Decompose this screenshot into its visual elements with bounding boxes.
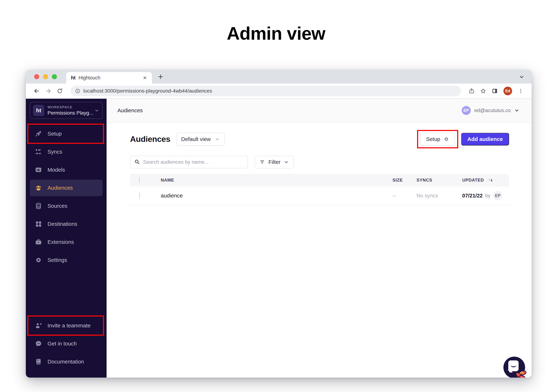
avatar: EP: [462, 106, 471, 115]
zoom-window-button[interactable]: [52, 74, 57, 79]
browser-window: ht Hightouch localhost:3000/permissio: [26, 70, 532, 378]
models-icon: [35, 166, 43, 174]
close-window-button[interactable]: [34, 74, 39, 79]
column-header-syncs[interactable]: SYNCS: [416, 178, 462, 183]
sidebar-item-label: Destinations: [48, 221, 77, 227]
select-all-checkbox[interactable]: [139, 177, 140, 183]
gear-icon: [444, 136, 449, 142]
chat-icon: [35, 340, 43, 348]
breadcrumb: Audiences: [117, 107, 143, 113]
view-selector-dropdown[interactable]: Default view: [177, 133, 225, 146]
reload-icon[interactable]: [55, 86, 65, 96]
minimize-window-button[interactable]: [43, 74, 48, 79]
sidebar-item-settings[interactable]: Settings: [30, 252, 103, 268]
tab-title: Hightouch: [79, 75, 140, 81]
sort-icon[interactable]: [488, 177, 493, 183]
audience-name[interactable]: audience: [161, 193, 393, 199]
sidebar-item-audiences[interactable]: Audiences: [30, 180, 103, 196]
audience-syncs: No syncs: [416, 193, 462, 199]
chevron-down-icon: [514, 108, 519, 113]
new-tab-button[interactable]: [157, 73, 164, 80]
updated-date: 07/21/22: [462, 193, 483, 199]
audience-size: --: [393, 193, 416, 199]
search-input[interactable]: [143, 159, 244, 165]
sidebar-item-documentation[interactable]: Documentation: [30, 353, 103, 370]
view-selector-label: Default view: [181, 136, 211, 142]
sidebar: ht WORKSPACE Permissions Playg... Setup: [26, 99, 107, 378]
sidebar-item-label: Documentation: [48, 359, 84, 365]
page-heading: Audiences: [130, 134, 170, 144]
forward-icon[interactable]: [43, 86, 53, 96]
filter-icon: [260, 159, 265, 165]
chat-launcher[interactable]: [503, 357, 525, 378]
chevron-down-icon: [94, 108, 99, 113]
browser-tab[interactable]: ht Hightouch: [66, 72, 152, 84]
person-plus-icon: [35, 322, 43, 329]
workspace-logo: ht: [33, 105, 44, 116]
browser-toolbar: localhost:3000/permissions-playground-4w…: [26, 84, 532, 99]
workspace-name: Permissions Playg...: [48, 110, 91, 116]
audiences-icon: [35, 184, 43, 192]
sidebar-item-label: Extensions: [48, 239, 74, 245]
sidebar-item-setup[interactable]: Setup: [30, 126, 103, 142]
database-icon: [35, 202, 43, 210]
sidebar-item-syncs[interactable]: Syncs: [30, 143, 103, 160]
setup-button[interactable]: Setup: [420, 133, 455, 146]
back-icon[interactable]: [32, 86, 41, 96]
add-audience-button[interactable]: Add audience: [461, 133, 509, 146]
app-header: Audiences EP ed@acutulus.co: [107, 99, 532, 123]
updated-by-avatar: EP: [493, 191, 502, 200]
share-icon[interactable]: [467, 86, 476, 96]
sidebar-item-label: Audiences: [48, 185, 73, 191]
filter-label: Filter: [268, 159, 280, 165]
audiences-table: NAME SIZE SYNCS UPDATED audience -- No s…: [130, 174, 509, 205]
column-header-size[interactable]: SIZE: [393, 178, 416, 183]
sidebar-item-label: Syncs: [48, 149, 62, 155]
sidebar-item-sources[interactable]: Sources: [30, 198, 103, 214]
browser-menu-icon[interactable]: [516, 86, 525, 96]
bookmark-star-icon[interactable]: [479, 86, 488, 96]
sidebar-item-label: Get in touch: [48, 341, 77, 347]
search-icon: [134, 159, 140, 165]
grid-icon: [35, 220, 43, 228]
add-audience-label: Add audience: [467, 136, 503, 142]
column-header-name[interactable]: NAME: [161, 178, 393, 183]
side-panel-icon[interactable]: [490, 86, 499, 96]
page-title: Admin view: [0, 23, 552, 44]
sidebar-spacer: [26, 270, 107, 317]
sidebar-item-invite-teammate[interactable]: Invite a teammate: [30, 317, 103, 334]
workspace-selector[interactable]: ht WORKSPACE Permissions Playg...: [30, 102, 103, 119]
sidebar-item-label: Setup: [48, 131, 62, 137]
sidebar-item-models[interactable]: Models: [30, 161, 103, 178]
window-controls: [26, 74, 57, 79]
tab-strip: ht Hightouch: [26, 70, 532, 84]
sidebar-item-label: Sources: [48, 203, 67, 209]
browser-profile-avatar[interactable]: Ed: [503, 87, 512, 95]
workspace-label: WORKSPACE: [48, 105, 91, 109]
tab-close-icon[interactable]: [143, 76, 147, 80]
sidebar-item-label: Settings: [48, 257, 67, 263]
row-checkbox[interactable]: [139, 192, 140, 199]
url-bar[interactable]: localhost:3000/permissions-playground-4w…: [71, 86, 461, 96]
table-header-row: NAME SIZE SYNCS UPDATED: [130, 174, 509, 186]
url-text: localhost:3000/permissions-playground-4w…: [83, 88, 212, 94]
chevron-down-icon: [284, 160, 289, 165]
sidebar-item-extensions[interactable]: Extensions: [30, 234, 103, 250]
briefcase-icon: [35, 238, 43, 246]
sidebar-item-get-in-touch[interactable]: Get in touch: [30, 335, 103, 352]
updated-by-word: by: [485, 193, 491, 198]
hightouch-favicon: ht: [71, 75, 76, 81]
table-row[interactable]: audience -- No syncs 07/21/22 by EP: [130, 186, 509, 205]
column-header-updated[interactable]: UPDATED: [462, 178, 484, 183]
book-icon: [35, 358, 43, 366]
tabstrip-chevron-icon[interactable]: [519, 74, 524, 80]
site-info-icon[interactable]: [75, 88, 80, 94]
search-box: [130, 156, 248, 168]
user-menu[interactable]: EP ed@acutulus.co: [462, 106, 519, 115]
filter-button[interactable]: Filter: [255, 156, 294, 168]
setup-button-label: Setup: [426, 136, 440, 142]
gear-icon: [35, 256, 43, 264]
sidebar-item-destinations[interactable]: Destinations: [30, 216, 103, 232]
sidebar-item-label: Invite a teammate: [48, 322, 91, 329]
rocket-icon: [35, 130, 43, 138]
